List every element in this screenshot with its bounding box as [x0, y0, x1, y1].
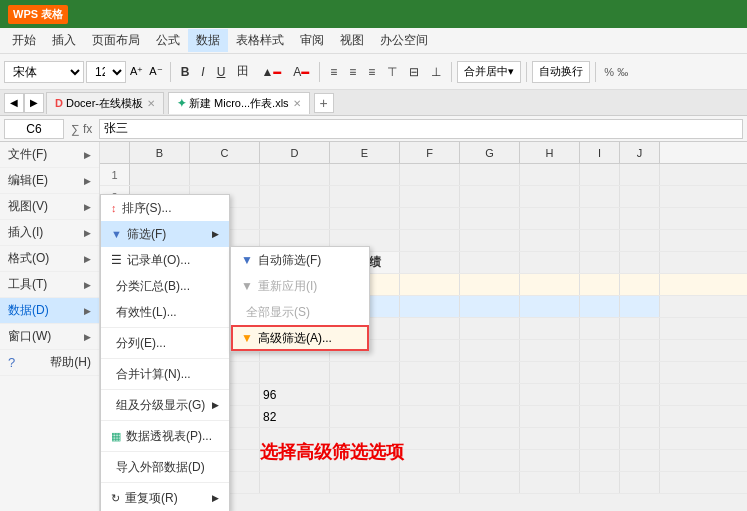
- menu-help-item[interactable]: ? 帮助(H): [0, 350, 99, 376]
- cell-g5[interactable]: [460, 252, 520, 273]
- menu-view-item[interactable]: 视图(V) ▶: [0, 194, 99, 220]
- cell-j12[interactable]: [620, 428, 660, 449]
- menu-office-space[interactable]: 办公空间: [372, 29, 436, 52]
- cell-i8[interactable]: [580, 340, 620, 361]
- cell-f10[interactable]: [400, 384, 460, 405]
- menu-page-layout[interactable]: 页面布局: [84, 29, 148, 52]
- menu-window-item[interactable]: 窗口(W) ▶: [0, 324, 99, 350]
- cell-d1[interactable]: [260, 164, 330, 185]
- cell-i2[interactable]: [580, 186, 620, 207]
- cell-d14[interactable]: [260, 472, 330, 493]
- bold-button[interactable]: B: [176, 61, 195, 83]
- submenu-pivot[interactable]: ▦ 数据透视表(P)...: [101, 423, 229, 449]
- cell-i5b[interactable]: [580, 274, 620, 295]
- cell-e13[interactable]: [330, 450, 400, 471]
- cell-j5[interactable]: [620, 252, 660, 273]
- menu-data[interactable]: 数据: [188, 29, 228, 52]
- menu-tools-item[interactable]: 工具(T) ▶: [0, 272, 99, 298]
- menu-table-style[interactable]: 表格样式: [228, 29, 292, 52]
- cell-f11[interactable]: [400, 406, 460, 427]
- cell-g5b[interactable]: [460, 274, 520, 295]
- cell-j13[interactable]: [620, 450, 660, 471]
- cell-h14[interactable]: [520, 472, 580, 493]
- cell-h6[interactable]: [520, 296, 580, 317]
- tab-docer-close[interactable]: ✕: [147, 98, 155, 109]
- cell-g10[interactable]: [460, 384, 520, 405]
- menu-data-item[interactable]: 数据(D) ▶: [0, 298, 99, 324]
- cell-f1[interactable]: [400, 164, 460, 185]
- cell-e2[interactable]: [330, 186, 400, 207]
- cell-e12[interactable]: [330, 428, 400, 449]
- submenu-subtotal[interactable]: 分类汇总(B)...: [101, 273, 229, 299]
- cell-b1[interactable]: [130, 164, 190, 185]
- submenu-repeat[interactable]: ↻ 重复项(R) ▶: [101, 485, 229, 511]
- cell-f5b[interactable]: [400, 274, 460, 295]
- cell-c1[interactable]: [190, 164, 260, 185]
- cell-f4[interactable]: [400, 230, 460, 251]
- font-shrink-icon[interactable]: A⁻: [147, 65, 164, 78]
- cell-f14[interactable]: [400, 472, 460, 493]
- submenu-calc[interactable]: 合并计算(N)...: [101, 361, 229, 387]
- cell-i11[interactable]: [580, 406, 620, 427]
- align-left-button[interactable]: ≡: [325, 61, 342, 83]
- tab-add-button[interactable]: +: [314, 93, 334, 113]
- cell-h2[interactable]: [520, 186, 580, 207]
- col-header-f[interactable]: F: [400, 142, 460, 163]
- col-header-d[interactable]: D: [260, 142, 330, 163]
- font-size-selector[interactable]: 12: [86, 61, 126, 83]
- cell-i9[interactable]: [580, 362, 620, 383]
- cell-h7[interactable]: [520, 318, 580, 339]
- cell-i1[interactable]: [580, 164, 620, 185]
- col-header-j[interactable]: J: [620, 142, 660, 163]
- menu-review[interactable]: 审阅: [292, 29, 332, 52]
- align-mid-button[interactable]: ⊟: [404, 61, 424, 83]
- submenu-filter[interactable]: ▼ 筛选(F) ▶: [101, 221, 229, 247]
- cell-h9[interactable]: [520, 362, 580, 383]
- cell-g9[interactable]: [460, 362, 520, 383]
- cell-d12[interactable]: [260, 428, 330, 449]
- cell-f6[interactable]: [400, 296, 460, 317]
- col-header-i[interactable]: I: [580, 142, 620, 163]
- cell-h11[interactable]: [520, 406, 580, 427]
- underline-button[interactable]: U: [212, 61, 231, 83]
- border-button[interactable]: 田: [232, 61, 254, 83]
- align-bot-button[interactable]: ⊥: [426, 61, 446, 83]
- merge-button[interactable]: 合并居中▾: [457, 61, 521, 83]
- cell-g11[interactable]: [460, 406, 520, 427]
- cell-g8[interactable]: [460, 340, 520, 361]
- cell-d10[interactable]: 96: [260, 384, 330, 405]
- cell-d3[interactable]: [260, 208, 330, 229]
- cell-i10[interactable]: [580, 384, 620, 405]
- cell-i3[interactable]: [580, 208, 620, 229]
- cell-g2[interactable]: [460, 186, 520, 207]
- cell-g12[interactable]: [460, 428, 520, 449]
- cell-e9[interactable]: [330, 362, 400, 383]
- italic-button[interactable]: I: [196, 61, 209, 83]
- cell-g1[interactable]: [460, 164, 520, 185]
- col-header-b[interactable]: B: [130, 142, 190, 163]
- cell-h1[interactable]: [520, 164, 580, 185]
- submenu-records[interactable]: ☰ 记录单(O)...: [101, 247, 229, 273]
- cell-j11[interactable]: [620, 406, 660, 427]
- cell-f12[interactable]: [400, 428, 460, 449]
- cell-j8[interactable]: [620, 340, 660, 361]
- filter-advanced[interactable]: ▼ 高级筛选(A)...: [231, 325, 369, 351]
- submenu-import[interactable]: 导入外部数据(D): [101, 454, 229, 480]
- cell-i4[interactable]: [580, 230, 620, 251]
- cell-e14[interactable]: [330, 472, 400, 493]
- menu-start[interactable]: 开始: [4, 29, 44, 52]
- submenu-sort[interactable]: ↕ 排序(S)...: [101, 195, 229, 221]
- cell-i5[interactable]: [580, 252, 620, 273]
- formula-input[interactable]: [99, 119, 743, 139]
- tab-new-file[interactable]: ✦ 新建 Micro...作表.xls ✕: [168, 92, 310, 114]
- percent-icon[interactable]: % ‰: [601, 64, 631, 80]
- cell-e1[interactable]: [330, 164, 400, 185]
- cell-f13[interactable]: [400, 450, 460, 471]
- submenu-group[interactable]: 组及分级显示(G) ▶: [101, 392, 229, 418]
- cell-g4[interactable]: [460, 230, 520, 251]
- cell-g6[interactable]: [460, 296, 520, 317]
- cell-h12[interactable]: [520, 428, 580, 449]
- cell-j10[interactable]: [620, 384, 660, 405]
- cell-d2[interactable]: [260, 186, 330, 207]
- menu-edit-item[interactable]: 编辑(E) ▶: [0, 168, 99, 194]
